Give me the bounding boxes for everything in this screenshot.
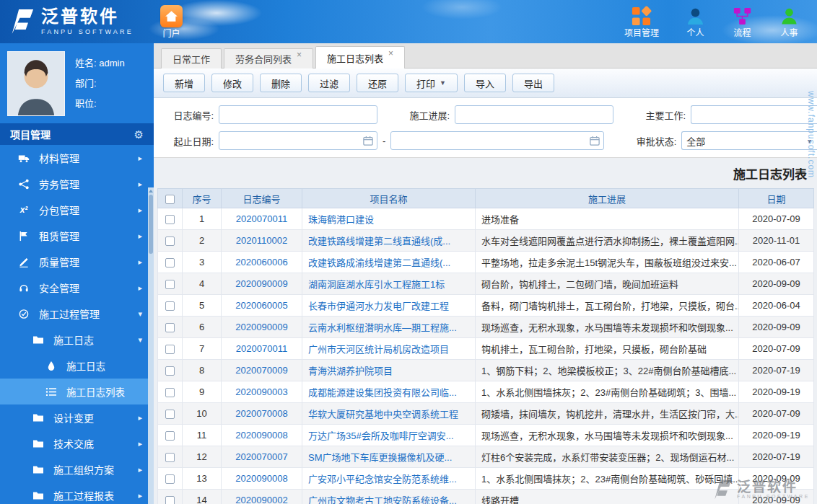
sidebar-item-construction-org-plan[interactable]: 施工组织方案 ▸ bbox=[0, 456, 154, 482]
project-name-link[interactable]: 广州市文物考古工地安防系统设备... bbox=[308, 495, 457, 504]
sidebar-item-subcontract[interactable]: x² 分包管理 ▸ bbox=[0, 197, 154, 223]
log-number-link[interactable]: 2020070011 bbox=[236, 343, 287, 354]
approval-status-select[interactable]: 全部 ▾ bbox=[681, 131, 817, 150]
project-name-link[interactable]: 云南水利枢纽潜明水库—期工程施... bbox=[308, 322, 457, 333]
tab-bar: 日常工作 劳务合同列表 × 施工日志列表 × bbox=[154, 43, 817, 68]
row-checkbox[interactable] bbox=[165, 215, 175, 224]
select-all-checkbox[interactable] bbox=[165, 195, 175, 204]
edit-button[interactable]: 修改 bbox=[211, 74, 253, 92]
nav-project-management[interactable]: 项目管理 bbox=[621, 0, 662, 43]
sidebar-item-construction-log-group[interactable]: 施工日志 ▾ bbox=[0, 327, 154, 353]
log-number-link[interactable]: 2020090003 bbox=[235, 386, 287, 397]
tab-daily-work[interactable]: 日常工作 bbox=[161, 48, 222, 68]
project-name-link[interactable]: 改建铁路成渝线增建第二直通线(... bbox=[308, 257, 450, 268]
project-name-link[interactable]: 成都能源建设集团投资有限公司临... bbox=[308, 387, 457, 398]
log-number-input[interactable] bbox=[219, 105, 377, 124]
log-number-link[interactable]: 2020070007 bbox=[235, 451, 287, 462]
calendar-icon[interactable] bbox=[363, 136, 373, 146]
restore-button[interactable]: 还原 bbox=[357, 74, 398, 92]
row-checkbox[interactable] bbox=[165, 280, 175, 289]
row-checkbox[interactable] bbox=[165, 496, 175, 504]
sidebar-item-technical-disclosure[interactable]: 技术交底 ▸ bbox=[0, 430, 154, 456]
table-row: 3 2020060006 改建铁路成渝线增建第二直通线(... 平整场地，拉走多… bbox=[158, 252, 814, 273]
sidebar-item-design-change[interactable]: 设计变更 ▸ bbox=[0, 404, 154, 430]
tab-labor-contract-list[interactable]: 劳务合同列表 × bbox=[224, 48, 313, 68]
log-number-link[interactable]: 2020060005 bbox=[235, 300, 287, 311]
row-checkbox[interactable] bbox=[165, 453, 175, 462]
log-number-link[interactable]: 2020060006 bbox=[235, 257, 287, 268]
row-checkbox[interactable] bbox=[165, 410, 175, 419]
row-checkbox[interactable] bbox=[165, 258, 175, 268]
sidebar-item-label: 劳务管理 bbox=[39, 177, 79, 191]
log-number-link[interactable]: 2020110002 bbox=[236, 235, 287, 246]
close-icon[interactable]: × bbox=[297, 50, 302, 59]
row-index: 13 bbox=[183, 468, 222, 490]
row-checkbox[interactable] bbox=[165, 345, 175, 354]
row-checkbox[interactable] bbox=[165, 323, 175, 332]
log-number-link[interactable]: 2020090009 bbox=[235, 322, 287, 332]
scrollbar-up-arrow[interactable] bbox=[149, 190, 153, 193]
sidebar-item-label: 分包管理 bbox=[39, 203, 79, 217]
row-index: 7 bbox=[183, 338, 222, 360]
date-cell: 2020-07-09 bbox=[739, 208, 814, 230]
row-checkbox[interactable] bbox=[165, 431, 175, 441]
progress-cell: 1、钢筋下料；2、地梁模板校正；3、22#南侧台阶基础槽底... bbox=[476, 360, 739, 381]
calendar-icon[interactable] bbox=[590, 136, 600, 146]
export-button[interactable]: 导出 bbox=[512, 74, 554, 92]
row-checkbox[interactable] bbox=[165, 301, 175, 311]
add-button[interactable]: 新增 bbox=[163, 74, 205, 92]
scrollbar-thumb[interactable] bbox=[149, 195, 153, 254]
start-date-input[interactable] bbox=[219, 131, 377, 150]
table-row: 13 2020090008 广安邓小平纪念馆安全防范系统维... 1、水系北侧围… bbox=[158, 468, 814, 490]
button-label: 打印 bbox=[416, 76, 435, 90]
sidebar-item-labor[interactable]: 劳务管理 ▸ bbox=[0, 171, 154, 197]
import-button[interactable]: 导入 bbox=[464, 74, 506, 92]
log-number-link[interactable]: 2020070009 bbox=[235, 365, 287, 376]
row-checkbox[interactable] bbox=[165, 474, 175, 484]
nav-personal[interactable]: 个人 bbox=[682, 0, 709, 43]
project-name-link[interactable]: SM广场地下车库更换摄像机及硬... bbox=[308, 452, 452, 463]
close-icon[interactable]: × bbox=[388, 49, 393, 58]
sidebar-item-construction-log-list[interactable]: 施工日志列表 bbox=[0, 379, 154, 404]
project-name-link[interactable]: 广安邓小平纪念馆安全防范系统维... bbox=[308, 474, 457, 485]
row-checkbox[interactable] bbox=[165, 366, 175, 376]
row-checkbox[interactable] bbox=[165, 236, 175, 246]
gear-icon[interactable]: ⚙ bbox=[134, 129, 144, 140]
project-name-link[interactable]: 珠海鹤港口建设 bbox=[308, 214, 374, 225]
sidebar-item-safety[interactable]: 安全管理 ▸ bbox=[0, 275, 154, 301]
button-label: 过滤 bbox=[320, 76, 338, 90]
end-date-input[interactable] bbox=[390, 131, 604, 150]
project-name-link[interactable]: 长春市伊通河水力发电厂改建工程 bbox=[308, 301, 449, 311]
sidebar-item-lease[interactable]: 租赁管理 ▸ bbox=[0, 223, 154, 249]
delete-button[interactable]: 删除 bbox=[260, 74, 302, 92]
sidebar-item-quality[interactable]: 质量管理 ▸ bbox=[0, 249, 154, 275]
row-checkbox[interactable] bbox=[165, 388, 175, 397]
log-number-link[interactable]: 2020090008 bbox=[235, 473, 287, 484]
log-number-link[interactable]: 2020090008 bbox=[235, 430, 287, 441]
sidebar-item-construction-log[interactable]: 施工日志 bbox=[0, 353, 154, 379]
project-name-link[interactable]: 改建铁路线增建第二线直通线(成... bbox=[308, 236, 450, 247]
project-name-link[interactable]: 湖南洞庭湖水库引水工程施工1标 bbox=[308, 279, 445, 290]
project-name-link[interactable]: 华软大厦研究基地中央空调系统工程 bbox=[308, 409, 458, 420]
sidebar-item-material[interactable]: 材料管理 ▸ bbox=[0, 145, 154, 171]
filter-button[interactable]: 过滤 bbox=[308, 74, 350, 92]
main-work-input[interactable] bbox=[691, 105, 817, 124]
sidebar-scrollbar[interactable] bbox=[148, 187, 154, 504]
sidebar-item-construction-process-report[interactable]: 施工过程报表 ▸ bbox=[0, 482, 154, 504]
sidebar-item-label: 设计变更 bbox=[53, 410, 94, 425]
log-number-link[interactable]: 2020070011 bbox=[236, 213, 287, 224]
progress-input[interactable] bbox=[455, 105, 613, 124]
nav-workflow[interactable]: 流程 bbox=[729, 0, 756, 43]
nav-hr[interactable]: 人事 bbox=[776, 0, 803, 43]
log-number-link[interactable]: 2020070008 bbox=[235, 408, 287, 419]
print-button[interactable]: 打印 ▼ bbox=[405, 74, 458, 92]
sidebar-item-construction-process[interactable]: 施工过程管理 ▾ bbox=[0, 301, 154, 327]
project-name-link[interactable]: 万达广场35#会所及咖啡厅空调安... bbox=[308, 430, 454, 441]
log-number-link[interactable]: 2020090002 bbox=[235, 495, 287, 504]
log-number-link[interactable]: 2020090009 bbox=[235, 278, 287, 289]
project-name-link[interactable]: 青海洪湖养护院项目 bbox=[308, 366, 393, 376]
nav-portal[interactable]: 门户 bbox=[157, 0, 185, 43]
log-number-label: 日志编号: bbox=[163, 108, 214, 122]
project-name-link[interactable]: 广州市天河区统计局机房改造项目 bbox=[308, 344, 449, 355]
tab-construction-log-list[interactable]: 施工日志列表 × bbox=[315, 46, 405, 68]
